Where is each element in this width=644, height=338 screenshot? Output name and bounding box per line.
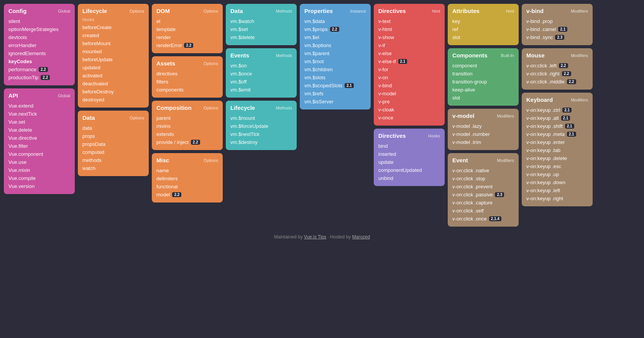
card-item-data-options-4[interactable]: methods	[82, 156, 144, 164]
card-item-api-0[interactable]: Vue.extend	[8, 102, 70, 110]
card-item-events-0[interactable]: vm.$on	[230, 62, 292, 70]
card-item-api-2[interactable]: Vue.set	[8, 118, 70, 126]
card-item-config-7[interactable]: productionTip2.2	[8, 73, 70, 82]
card-item-mouse-modifiers-1[interactable]: v-on:click .right2.2	[526, 70, 588, 78]
card-item-config-3[interactable]: errorHandler	[8, 41, 70, 49]
card-item-vbind-modifiers-2[interactable]: v-bind .sync2.3	[526, 33, 588, 41]
card-item-directives-html-10[interactable]: v-pre	[378, 98, 440, 106]
card-item-directives-html-0[interactable]: v-text	[378, 17, 440, 25]
card-item-event-modifiers-2[interactable]: v-on:click .prevent	[452, 183, 514, 191]
card-item-keyboard-modifiers-6[interactable]: v-on:keyup .delete	[526, 154, 588, 162]
card-item-directives-html-6[interactable]: v-for	[378, 65, 440, 73]
card-item-lifecycle-methods-1[interactable]: vm.$forceUpdate	[230, 122, 292, 130]
card-item-vbind-modifiers-1[interactable]: v-bind .camel2.1	[526, 25, 588, 33]
card-item-directives-html-4[interactable]: v-else	[378, 49, 440, 57]
card-item-keyboard-modifiers-8[interactable]: v-on:keyup .up	[526, 170, 588, 178]
card-item-api-6[interactable]: Vue.component	[8, 150, 70, 158]
card-item-directives-hooks-2[interactable]: update	[378, 158, 440, 166]
card-item-lifecycle-2[interactable]: beforeMount	[82, 39, 144, 47]
card-item-directives-html-8[interactable]: v-bind	[378, 82, 440, 90]
card-item-properties-0[interactable]: vm.$data	[304, 17, 366, 25]
card-item-properties-5[interactable]: vm.$root	[304, 57, 366, 65]
footer-vuejstips[interactable]: Vue.js Tips	[304, 234, 326, 240]
card-item-data-options-5[interactable]: watch	[82, 164, 144, 172]
card-item-events-2[interactable]: vm.$off	[230, 78, 292, 86]
card-item-lifecycle-methods-2[interactable]: vm.$nextTick	[230, 130, 292, 138]
card-item-properties-1[interactable]: vm.$props2.2	[304, 25, 366, 33]
card-item-properties-4[interactable]: vm.$parent	[304, 49, 366, 57]
card-item-lifecycle-4[interactable]: beforeUpdate	[82, 56, 144, 64]
card-item-data-options-1[interactable]: props	[82, 132, 144, 140]
card-item-attributes-2[interactable]: slot	[452, 33, 514, 41]
footer-marozed[interactable]: Marozed	[352, 234, 370, 240]
card-item-vbind-modifiers-0[interactable]: v-bind .prop	[526, 17, 588, 25]
card-item-events-3[interactable]: vm.$emit	[230, 86, 292, 94]
card-item-lifecycle-1[interactable]: created	[82, 31, 144, 39]
card-item-dom-2[interactable]: render	[156, 33, 218, 41]
card-item-mouse-modifiers-0[interactable]: v-on:click .left2.2	[526, 62, 588, 70]
card-item-event-modifiers-0[interactable]: v-on:click .native	[452, 167, 514, 175]
card-item-misc-1[interactable]: delimiters	[156, 175, 218, 183]
card-item-misc-0[interactable]: name	[156, 167, 218, 175]
card-item-lifecycle-8[interactable]: beforeDestroy	[82, 88, 144, 96]
card-item-directives-html-3[interactable]: v-if	[378, 41, 440, 49]
card-item-directives-html-5[interactable]: v-else-if2.1	[378, 57, 440, 65]
card-item-lifecycle-3[interactable]: mounted	[82, 47, 144, 56]
card-item-api-7[interactable]: Vue.use	[8, 158, 70, 166]
card-item-directives-html-7[interactable]: v-on	[378, 73, 440, 82]
card-item-attributes-0[interactable]: key	[452, 17, 514, 25]
card-item-keyboard-modifiers-1[interactable]: v-on:keyup .alt2.1	[526, 114, 588, 122]
card-item-keyboard-modifiers-9[interactable]: v-on:keyup .down	[526, 178, 588, 186]
card-item-event-modifiers-3[interactable]: v-on:click .passive2.3	[452, 191, 514, 199]
card-item-data-options-0[interactable]: data	[82, 124, 144, 132]
card-item-directives-html-2[interactable]: v-show	[378, 33, 440, 41]
card-item-properties-10[interactable]: vm.$isServer	[304, 98, 366, 106]
card-item-config-0[interactable]: silent	[8, 17, 70, 25]
card-item-properties-2[interactable]: vm.$el	[304, 33, 366, 41]
card-item-misc-3[interactable]: model2.2	[156, 191, 218, 199]
card-item-assets-1[interactable]: filters	[156, 78, 218, 86]
card-item-api-4[interactable]: Vue.directive	[8, 134, 70, 142]
card-item-components-builtin-0[interactable]: component	[452, 62, 514, 70]
card-item-dom-1[interactable]: template	[156, 25, 218, 33]
card-item-api-3[interactable]: Vue.delete	[8, 126, 70, 134]
card-item-keyboard-modifiers-10[interactable]: v-on:keyup .left	[526, 186, 588, 194]
card-item-lifecycle-methods-0[interactable]: vm.$mount	[230, 114, 292, 122]
card-item-directives-html-9[interactable]: v-model	[378, 90, 440, 98]
card-item-directives-hooks-0[interactable]: bind	[378, 142, 440, 150]
card-item-components-builtin-4[interactable]: slot	[452, 94, 514, 102]
card-item-directives-html-12[interactable]: v-once	[378, 114, 440, 122]
card-item-keyboard-modifiers-5[interactable]: v-on:keyup .tab	[526, 146, 588, 154]
card-item-directives-hooks-4[interactable]: unbind	[378, 174, 440, 182]
card-item-composition-0[interactable]: parent	[156, 114, 218, 122]
card-item-dom-0[interactable]: el	[156, 17, 218, 25]
card-item-properties-7[interactable]: vm.$slots	[304, 73, 366, 82]
card-item-api-8[interactable]: Vue.mixin	[8, 166, 70, 174]
card-item-components-builtin-2[interactable]: transition-group	[452, 78, 514, 86]
card-item-properties-8[interactable]: vm.$scopedSlots2.1	[304, 82, 366, 90]
card-item-event-modifiers-1[interactable]: v-on:click .stop	[452, 175, 514, 183]
card-item-events-1[interactable]: vm.$once	[230, 70, 292, 78]
card-item-directives-hooks-1[interactable]: inserted	[378, 150, 440, 158]
card-item-data-options-2[interactable]: propsData	[82, 140, 144, 148]
card-item-lifecycle-9[interactable]: destroyed	[82, 96, 144, 104]
card-item-keyboard-modifiers-11[interactable]: v-on:keyup .right	[526, 194, 588, 202]
card-item-event-modifiers-5[interactable]: v-on:click .self	[452, 207, 514, 215]
card-item-lifecycle-methods-3[interactable]: vm.$destroy	[230, 138, 292, 146]
card-item-keyboard-modifiers-2[interactable]: v-on:keyup .shift2.1	[526, 122, 588, 130]
card-item-composition-3[interactable]: provide / inject2.2	[156, 138, 218, 146]
card-item-data-methods-1[interactable]: vm.$set	[230, 25, 292, 33]
card-item-properties-9[interactable]: vm.$refs	[304, 90, 366, 98]
card-item-data-methods-2[interactable]: vm.$delete	[230, 33, 292, 41]
card-item-lifecycle-7[interactable]: deactivated	[82, 80, 144, 88]
card-item-api-1[interactable]: Vue.nextTick	[8, 110, 70, 118]
card-item-config-5[interactable]: keyCodes	[8, 57, 70, 65]
card-item-lifecycle-6[interactable]: activated	[82, 72, 144, 80]
card-item-keyboard-modifiers-7[interactable]: v-on:keyup .esc	[526, 162, 588, 170]
card-item-components-builtin-1[interactable]: transition	[452, 70, 514, 78]
card-item-properties-3[interactable]: vm.$options	[304, 41, 366, 49]
card-item-properties-6[interactable]: vm.$children	[304, 65, 366, 73]
card-item-lifecycle-0[interactable]: beforeCreate	[82, 23, 144, 31]
card-item-misc-2[interactable]: functional	[156, 183, 218, 191]
card-item-composition-2[interactable]: extends	[156, 130, 218, 138]
